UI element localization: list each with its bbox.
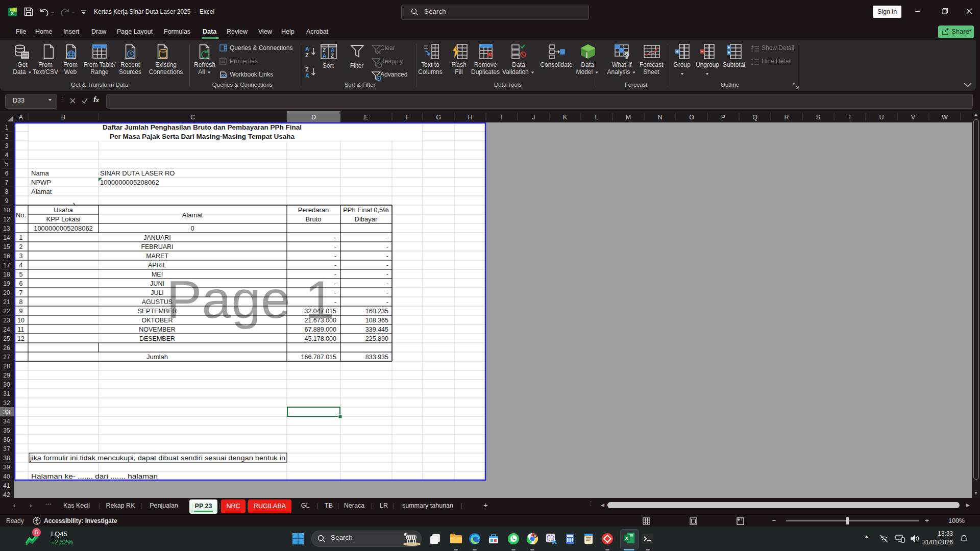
svg-text:jika formulir ini tidak mencuk: jika formulir ini tidak mencukupi, dapat…: [30, 455, 285, 462]
svg-text:A: A: [331, 47, 334, 53]
svg-text:15: 15: [3, 243, 10, 251]
svg-text:12: 12: [17, 335, 24, 342]
svg-text:N: N: [657, 114, 662, 121]
svg-text:6: 6: [19, 280, 23, 287]
svg-text:29: 29: [3, 372, 10, 379]
svg-text:Alamat: Alamat: [31, 188, 52, 195]
svg-text:17: 17: [3, 262, 10, 269]
svg-text:6: 6: [5, 170, 9, 177]
svg-text:-: -: [334, 253, 336, 260]
svg-text:-: -: [386, 253, 388, 260]
svg-text:PPh Final 0,5%: PPh Final 0,5%: [343, 206, 389, 214]
svg-text:NOVEMBER: NOVEMBER: [139, 326, 176, 333]
svg-text:1000000005208062: 1000000005208062: [100, 179, 159, 186]
svg-text:A: A: [19, 114, 23, 121]
svg-text:R: R: [784, 114, 789, 121]
svg-text:OKTOBER: OKTOBER: [142, 317, 173, 324]
svg-text:-: -: [334, 271, 336, 278]
svg-text:V: V: [911, 114, 916, 121]
svg-text:B: B: [61, 114, 65, 121]
svg-text:23: 23: [3, 317, 10, 324]
svg-text:j: j: [585, 51, 587, 58]
svg-text:28: 28: [3, 363, 10, 370]
svg-text:F: F: [405, 114, 409, 121]
svg-text:-: -: [386, 280, 388, 287]
svg-text:32: 32: [3, 399, 10, 407]
svg-text:K: K: [563, 114, 568, 121]
svg-text:108.365: 108.365: [365, 317, 388, 324]
svg-text:-: -: [386, 262, 388, 269]
svg-text:x: x: [625, 535, 628, 541]
svg-text:-: -: [334, 289, 336, 296]
svg-text:339.445: 339.445: [365, 326, 388, 333]
svg-text:12: 12: [3, 216, 10, 223]
svg-text:3: 3: [5, 142, 9, 149]
svg-text:k: k: [534, 534, 536, 538]
svg-text:67.889.000: 67.889.000: [304, 326, 336, 333]
svg-text:DESEMBER: DESEMBER: [139, 335, 175, 342]
svg-text:Usaha: Usaha: [54, 206, 73, 214]
svg-text:SINAR DUTA LASER RO: SINAR DUTA LASER RO: [100, 169, 175, 177]
svg-text:4: 4: [5, 152, 9, 159]
svg-text:30: 30: [3, 381, 10, 388]
svg-text:-: -: [386, 298, 388, 306]
svg-text:1000000005208062: 1000000005208062: [34, 224, 93, 232]
svg-text:A: A: [323, 53, 326, 59]
svg-text:Jumlah: Jumlah: [146, 353, 168, 361]
svg-text:G: G: [436, 114, 441, 121]
svg-text:166.787.015: 166.787.015: [301, 354, 336, 361]
svg-text:?: ?: [624, 52, 629, 59]
svg-text:225.890: 225.890: [365, 335, 388, 342]
svg-text:Bruto: Bruto: [305, 215, 321, 223]
svg-text:APRIL: APRIL: [148, 262, 166, 269]
svg-text:3: 3: [19, 253, 23, 260]
svg-text:Z: Z: [305, 52, 309, 58]
svg-text:Z: Z: [331, 53, 334, 59]
svg-text:10: 10: [3, 207, 10, 214]
svg-text:I: I: [501, 114, 502, 121]
svg-text:L: L: [595, 114, 599, 121]
svg-text:13: 13: [3, 225, 10, 232]
svg-text:AGUSTUS: AGUSTUS: [142, 298, 173, 306]
svg-text:33: 33: [3, 409, 10, 416]
svg-text:7: 7: [5, 179, 9, 186]
svg-text:41: 41: [3, 482, 10, 489]
svg-text:H: H: [468, 114, 472, 121]
svg-text:Alamat: Alamat: [182, 211, 203, 219]
svg-text:-: -: [334, 298, 336, 306]
svg-text:36: 36: [3, 436, 10, 443]
svg-text:W: W: [942, 114, 948, 121]
svg-text:7: 7: [19, 289, 23, 296]
svg-text:x: x: [11, 10, 14, 16]
svg-text:J: J: [532, 114, 535, 121]
svg-text:26: 26: [3, 344, 10, 352]
svg-text:Peredaran: Peredaran: [298, 206, 329, 214]
svg-text:34: 34: [3, 418, 10, 425]
svg-text:MEI: MEI: [152, 271, 163, 278]
svg-text:4: 4: [19, 262, 23, 269]
svg-text:JANUARI: JANUARI: [143, 234, 170, 241]
svg-text:2: 2: [5, 133, 9, 140]
svg-text:-: -: [386, 234, 388, 241]
svg-text:A: A: [305, 46, 309, 52]
svg-text:C: C: [190, 114, 195, 121]
svg-text:NPWP: NPWP: [31, 179, 51, 186]
svg-text:D: D: [311, 114, 316, 121]
svg-text:0: 0: [190, 224, 194, 232]
svg-text:O: O: [689, 114, 694, 121]
svg-text:35: 35: [3, 427, 10, 434]
svg-text:2: 2: [19, 243, 23, 251]
svg-text:5: 5: [5, 161, 9, 168]
svg-text:10: 10: [17, 317, 24, 324]
svg-text:40: 40: [3, 473, 10, 480]
svg-text:20: 20: [3, 289, 10, 296]
svg-text:14: 14: [3, 234, 10, 241]
svg-text:32.047.015: 32.047.015: [304, 308, 336, 315]
svg-text:Halaman ke- ....... dari .....: Halaman ke- ....... dari ....... halaman: [31, 473, 158, 480]
svg-text:18: 18: [3, 271, 10, 278]
svg-text:T: T: [848, 114, 852, 121]
svg-text:Z: Z: [305, 66, 309, 72]
svg-text:KPP Lokasi: KPP Lokasi: [46, 215, 81, 223]
svg-text:-: -: [334, 280, 336, 287]
svg-text:Nama: Nama: [31, 169, 49, 177]
